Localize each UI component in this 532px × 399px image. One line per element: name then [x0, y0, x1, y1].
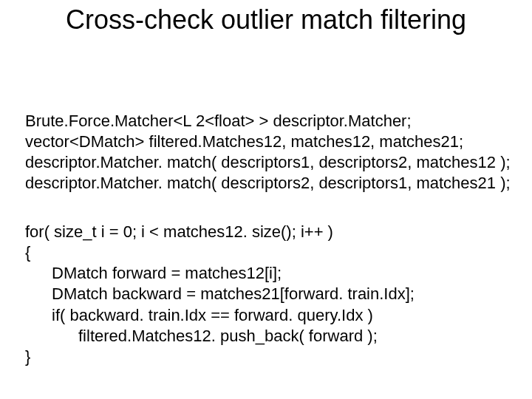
code-line: descriptor.Matcher. match( descriptors2,… [25, 173, 517, 194]
code-line: { [25, 242, 517, 263]
code-line: vector<DMatch> filtered.Matches12, match… [25, 132, 517, 152]
code-line: DMatch forward = matches12[i]; [25, 263, 517, 284]
code-line: DMatch backward = matches21[forward. tra… [25, 284, 517, 304]
slide-title: Cross-check outlier match filtering [0, 4, 532, 35]
code-line: descriptor.Matcher. match( descriptors1,… [25, 152, 517, 173]
code-line: } [25, 347, 517, 367]
code-block-loop: for( size_t i = 0; i < matches12. size()… [25, 222, 517, 367]
slide: Cross-check outlier match filtering Brut… [0, 0, 532, 399]
code-line: Brute.Force.Matcher<L 2<float> > descrip… [25, 111, 517, 132]
code-line: if( backward. train.Idx == forward. quer… [25, 305, 517, 326]
code-block-declarations: Brute.Force.Matcher<L 2<float> > descrip… [25, 111, 517, 194]
code-line: for( size_t i = 0; i < matches12. size()… [25, 222, 517, 242]
code-line: filtered.Matches12. push_back( forward )… [25, 326, 517, 347]
